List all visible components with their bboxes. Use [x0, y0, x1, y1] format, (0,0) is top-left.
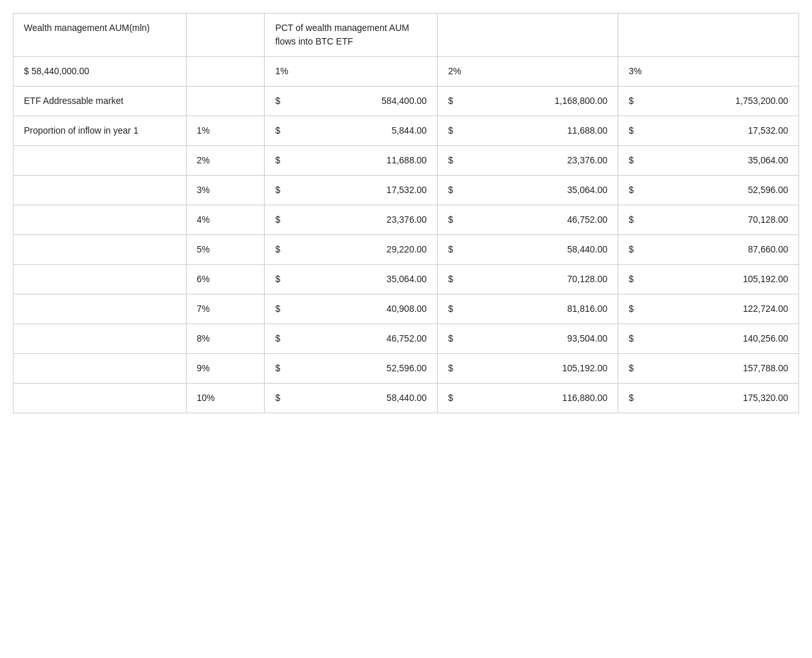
proportion-pct-cell: 5% — [186, 235, 265, 265]
proportion-section: Proportion of inflow in year 11%$5,844.0… — [14, 116, 799, 413]
proportion-pct-cell: 2% — [186, 146, 265, 176]
proportion-val3-money: $17,532.00 — [629, 124, 788, 138]
proportion-val1: 40,908.00 — [284, 302, 427, 316]
proportion-val2: 116,880.00 — [457, 391, 607, 405]
proportion-val3-cell: $157,788.00 — [618, 354, 799, 384]
proportion-val3-money: $52,596.00 — [629, 183, 788, 197]
aum-value-cell: $ 58,440,000.00 — [14, 57, 187, 87]
header-row: Wealth management AUM(mln) PCT of wealth… — [14, 14, 799, 57]
proportion-val1-sym: $ — [275, 243, 280, 256]
proportion-row: 10%$58,440.00$116,880.00$175,320.00 — [14, 384, 799, 413]
proportion-val1: 11,688.00 — [284, 154, 427, 167]
proportion-val3: 122,724.00 — [638, 302, 788, 316]
proportion-pct-cell: 7% — [186, 294, 265, 324]
aum-pct3-label: 3% — [629, 66, 642, 76]
etf-val1-cell: $ 584,400.00 — [265, 87, 438, 116]
proportion-val1: 52,596.00 — [284, 362, 427, 375]
proportion-val2: 35,064.00 — [457, 183, 607, 197]
proportion-val1-cell: $46,752.00 — [265, 324, 438, 354]
header-col1: Wealth management AUM(mln) — [14, 14, 187, 57]
etf-label-cell: ETF Addressable market — [14, 87, 187, 116]
etf-val3-sym: $ — [629, 94, 634, 108]
proportion-val2-sym: $ — [448, 213, 453, 227]
proportion-val3-cell: $105,192.00 — [618, 265, 799, 294]
aum-pct1-label: 1% — [275, 66, 288, 76]
proportion-val3-sym: $ — [629, 124, 634, 138]
proportion-label-cell — [14, 146, 187, 176]
proportion-val1: 23,376.00 — [284, 213, 427, 227]
etf-val2-money: $ 1,168,800.00 — [448, 94, 607, 108]
proportion-val2-sym: $ — [448, 124, 453, 138]
proportion-val2: 46,752.00 — [457, 213, 607, 227]
proportion-val2-money: $46,752.00 — [448, 213, 607, 227]
proportion-val1-sym: $ — [275, 362, 280, 375]
etf-val1: 584,400.00 — [284, 94, 427, 108]
aum-pct3: 3% — [618, 57, 799, 87]
proportion-val2-sym: $ — [448, 332, 453, 345]
proportion-val2-money: $116,880.00 — [448, 391, 607, 405]
etf-val3-money: $ 1,753,200.00 — [629, 94, 788, 108]
proportion-label-cell — [14, 205, 187, 235]
proportion-val1: 17,532.00 — [284, 183, 427, 197]
proportion-val2-cell: $105,192.00 — [438, 354, 618, 384]
proportion-val2-cell: $46,752.00 — [438, 205, 618, 235]
proportion-val3-cell: $122,724.00 — [618, 294, 799, 324]
proportion-val2-sym: $ — [448, 302, 453, 316]
etf-row: ETF Addressable market $ 584,400.00 $ 1,… — [14, 87, 799, 116]
proportion-val1-sym: $ — [275, 332, 280, 345]
header-col5 — [618, 14, 799, 57]
proportion-val2-money: $11,688.00 — [448, 124, 607, 138]
proportion-val3-sym: $ — [629, 362, 634, 375]
proportion-val1-sym: $ — [275, 124, 280, 138]
proportion-val3-money: $105,192.00 — [629, 272, 788, 286]
proportion-val2-sym: $ — [448, 391, 453, 405]
proportion-val3-sym: $ — [629, 154, 634, 167]
proportion-val2-money: $23,376.00 — [448, 154, 607, 167]
proportion-pct-cell: 8% — [186, 324, 265, 354]
proportion-row: Proportion of inflow in year 11%$5,844.0… — [14, 116, 799, 146]
proportion-val3: 105,192.00 — [638, 272, 788, 286]
proportion-val2: 105,192.00 — [457, 362, 607, 375]
aum-row: $ 58,440,000.00 1% 2% 3% — [14, 57, 799, 87]
etf-val3-cell: $ 1,753,200.00 — [618, 87, 799, 116]
proportion-val3: 87,660.00 — [638, 243, 788, 256]
proportion-pct-cell: 6% — [186, 265, 265, 294]
proportion-val3-sym: $ — [629, 302, 634, 316]
proportion-val1-cell: $17,532.00 — [265, 176, 438, 205]
aum-pct1: 1% — [265, 57, 438, 87]
proportion-val1-money: $11,688.00 — [275, 154, 427, 167]
proportion-val1-money: $23,376.00 — [275, 213, 427, 227]
proportion-val1: 35,064.00 — [284, 272, 427, 286]
proportion-val1-cell: $35,064.00 — [265, 265, 438, 294]
proportion-pct-cell: 9% — [186, 354, 265, 384]
proportion-val3: 175,320.00 — [638, 391, 788, 405]
proportion-val1: 46,752.00 — [284, 332, 427, 345]
header-col1-label: Wealth management AUM(mln) — [24, 23, 150, 33]
proportion-label-cell — [14, 235, 187, 265]
proportion-val1-cell: $5,844.00 — [265, 116, 438, 146]
proportion-val3-cell: $52,596.00 — [618, 176, 799, 205]
etf-val3: 1,753,200.00 — [638, 94, 788, 108]
proportion-val1-cell: $23,376.00 — [265, 205, 438, 235]
proportion-val2-cell: $116,880.00 — [438, 384, 618, 413]
proportion-row: 2%$11,688.00$23,376.00$35,064.00 — [14, 146, 799, 176]
proportion-val3-money: $140,256.00 — [629, 332, 788, 345]
proportion-val1-cell: $40,908.00 — [265, 294, 438, 324]
proportion-val1-money: $40,908.00 — [275, 302, 427, 316]
aum-pct2-label: 2% — [448, 66, 461, 76]
aum-empty — [186, 57, 265, 87]
proportion-val2: 58,440.00 — [457, 243, 607, 256]
header-col2 — [186, 14, 265, 57]
proportion-val2-money: $93,504.00 — [448, 332, 607, 345]
proportion-val1-cell: $58,440.00 — [265, 384, 438, 413]
proportion-val1-money: $29,220.00 — [275, 243, 427, 256]
proportion-val2: 70,128.00 — [457, 272, 607, 286]
proportion-val2: 93,504.00 — [457, 332, 607, 345]
proportion-label-cell — [14, 176, 187, 205]
proportion-pct-cell: 10% — [186, 384, 265, 413]
proportion-val3-money: $87,660.00 — [629, 243, 788, 256]
proportion-row: 3%$17,532.00$35,064.00$52,596.00 — [14, 176, 799, 205]
proportion-val2-cell: $58,440.00 — [438, 235, 618, 265]
proportion-val3: 35,064.00 — [638, 154, 788, 167]
proportion-val2-cell: $70,128.00 — [438, 265, 618, 294]
